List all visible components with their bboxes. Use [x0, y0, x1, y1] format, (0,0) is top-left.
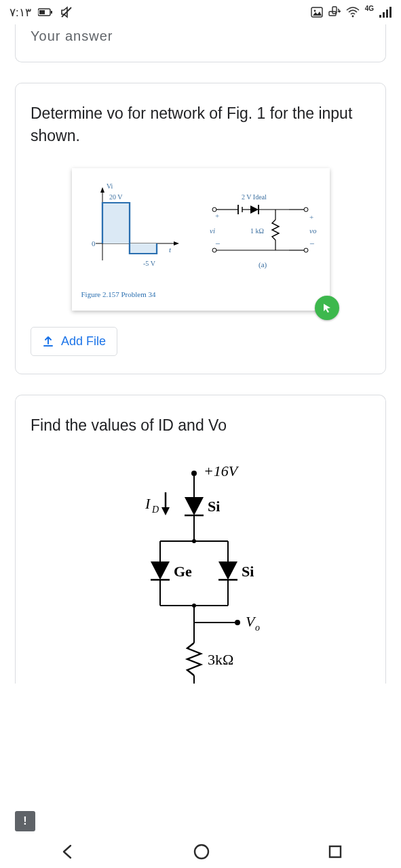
- signal-icon: [379, 7, 392, 18]
- content-scroll[interactable]: Your answer Determine vo for network of …: [0, 24, 401, 835]
- fig2-id-sub: D: [151, 505, 159, 515]
- fig1-sub: (a): [259, 260, 267, 269]
- fig1-20v: 20 V: [109, 193, 123, 201]
- fig1-plus: +: [309, 213, 313, 221]
- question-card-1: Determine vo for network of Fig. 1 for t…: [15, 83, 386, 374]
- svg-rect-56: [330, 846, 341, 857]
- svg-rect-1: [39, 10, 45, 14]
- svg-point-5: [313, 10, 316, 12]
- figure-1-wrap: Vi 20 V 0 -5 V t: [31, 168, 370, 311]
- nav-recent-icon[interactable]: [328, 844, 343, 859]
- upload-icon: [42, 335, 54, 347]
- fig1-minus: −: [309, 239, 314, 249]
- fig1-t: t: [169, 245, 172, 254]
- figure-1-caption: Figure 2.157 Problem 34: [81, 290, 320, 298]
- svg-point-28: [304, 208, 308, 212]
- your-answer-label: Your answer: [31, 28, 113, 43]
- fig1-vo: vo: [309, 226, 317, 235]
- fig1-r: 1 kΩ: [250, 227, 264, 235]
- fig2-ge: Ge: [174, 563, 192, 580]
- svg-point-35: [191, 471, 197, 476]
- battery-icon: [38, 8, 53, 16]
- svg-point-29: [304, 248, 308, 252]
- status-bar: ٧:١٣ 4G: [0, 0, 401, 24]
- cursor-badge[interactable]: [315, 296, 339, 320]
- alert-badge[interactable]: !: [15, 811, 35, 831]
- screenshot-icon: [311, 7, 323, 18]
- svg-text:−: −: [215, 239, 220, 249]
- question-card-2: Find the values of ID and Vo +16V I D: [15, 395, 386, 684]
- svg-point-8: [351, 16, 354, 18]
- nav-home-icon[interactable]: [193, 843, 210, 861]
- fig2-si2: Si: [242, 563, 254, 580]
- rotate-icon: [328, 6, 341, 18]
- figure-2-wrap: +16V I D Si: [31, 460, 370, 684]
- question-1-text: Determine vo for network of Fig. 1 for t…: [31, 102, 370, 148]
- nav-back-icon[interactable]: [58, 843, 76, 861]
- add-file-label: Add File: [61, 334, 106, 349]
- fig2-vo-sub: o: [255, 623, 260, 633]
- fig2-id: I: [145, 495, 151, 512]
- svg-line-3: [62, 7, 71, 17]
- add-file-button[interactable]: Add File: [31, 327, 117, 356]
- svg-point-52: [235, 620, 240, 625]
- network-label: 4G: [365, 5, 374, 12]
- mute-icon: [60, 5, 73, 19]
- fig1-neg5v: -5 V: [143, 260, 156, 267]
- alert-icon: !: [23, 815, 26, 827]
- fig2-r: 3kΩ: [208, 651, 233, 668]
- svg-text:+: +: [215, 212, 219, 220]
- status-left: ٧:١٣: [9, 5, 73, 20]
- status-right: 4G: [311, 6, 392, 18]
- svg-rect-10: [383, 12, 385, 18]
- fig1-vi-label: Vi: [107, 182, 113, 190]
- status-time: ٧:١٣: [9, 5, 31, 20]
- svg-rect-12: [389, 7, 392, 18]
- fig2-si: Si: [208, 498, 220, 515]
- cursor-icon: [322, 302, 332, 313]
- fig1-ideal: 2 V Ideal: [242, 193, 267, 201]
- answer-card-partial: Your answer: [15, 24, 386, 62]
- fig1-zero: 0: [92, 239, 96, 248]
- svg-rect-11: [386, 9, 388, 18]
- svg-rect-15: [102, 203, 130, 243]
- svg-rect-16: [130, 243, 157, 254]
- svg-point-55: [195, 845, 208, 859]
- question-2-text: Find the values of ID and Vo: [31, 414, 370, 437]
- fig2-supply: +16V: [204, 462, 240, 479]
- svg-rect-2: [51, 11, 52, 14]
- svg-rect-9: [379, 15, 381, 18]
- figure-2-box: +16V I D Si: [113, 460, 289, 684]
- fig1-vi2: vi: [210, 226, 215, 235]
- android-nav-bar: [0, 835, 401, 868]
- figure-1-box: Vi 20 V 0 -5 V t: [72, 168, 330, 311]
- wifi-icon: [346, 7, 360, 18]
